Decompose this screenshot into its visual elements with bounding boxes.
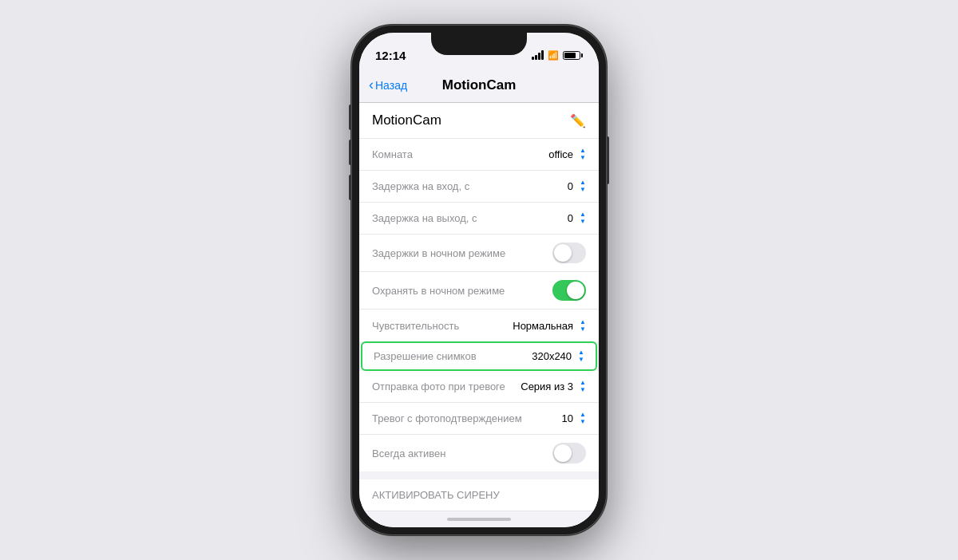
night-delay-toggle[interactable] <box>552 243 586 263</box>
entry-delay-row[interactable]: Задержка на вход, с 0 ▲ ▼ <box>359 171 599 203</box>
nav-bar: ‹ Назад MotionCam <box>359 68 599 103</box>
alarm-photo-value: 10 ▲ ▼ <box>562 412 586 425</box>
photo-send-value: Серия из 3 ▲ ▼ <box>521 380 586 393</box>
exit-delay-stepper[interactable]: ▲ ▼ <box>580 211 586 225</box>
resolution-row[interactable]: Разрешение снимков 320x240 ▲ ▼ <box>361 341 597 371</box>
resolution-label: Разрешение снимков <box>374 350 532 362</box>
section-divider <box>359 471 599 479</box>
content-area[interactable]: MotionCam ✏️ Комната office ▲ ▼ <box>359 103 599 511</box>
room-stepper[interactable]: ▲ ▼ <box>580 148 586 161</box>
signal-icon <box>532 50 544 60</box>
phone-screen: 12:14 📶 ‹ Назад MotionCam <box>359 33 599 527</box>
photo-send-row[interactable]: Отправка фото при тревоге Серия из 3 ▲ ▼ <box>359 371 599 403</box>
room-row[interactable]: Комната office ▲ ▼ <box>359 139 599 171</box>
nav-title: MotionCam <box>442 77 517 93</box>
status-icons: 📶 <box>532 50 583 61</box>
home-indicator[interactable] <box>359 511 599 527</box>
settings-section-2: Отправка фото при тревоге Серия из 3 ▲ ▼… <box>359 371 599 471</box>
night-delay-row[interactable]: Задержки в ночном режиме <box>359 235 599 272</box>
entry-delay-value: 0 ▲ ▼ <box>568 179 586 193</box>
sensitivity-row[interactable]: Чувствительность Нормальная ▲ ▼ <box>359 310 599 341</box>
night-guard-toggle[interactable] <box>552 280 586 301</box>
exit-delay-row[interactable]: Задержка на выход, с 0 ▲ ▼ <box>359 203 599 235</box>
room-value: office ▲ ▼ <box>548 148 586 161</box>
entry-delay-label: Задержка на вход, с <box>372 180 568 192</box>
room-label: Комната <box>372 148 548 160</box>
sensitivity-value: Нормальная ▲ ▼ <box>513 319 586 333</box>
resolution-stepper[interactable]: ▲ ▼ <box>578 349 584 363</box>
notch <box>431 33 527 55</box>
settings-section-1: Комната office ▲ ▼ Задержка на вход, с 0 <box>359 139 599 341</box>
status-bar: 12:14 📶 <box>359 33 599 68</box>
device-name-text: MotionCam <box>372 112 441 128</box>
exit-delay-value: 0 ▲ ▼ <box>568 211 586 225</box>
status-time: 12:14 <box>375 49 406 62</box>
alarm-photo-stepper[interactable]: ▲ ▼ <box>580 412 586 425</box>
sensitivity-stepper[interactable]: ▲ ▼ <box>580 319 586 333</box>
exit-delay-label: Задержка на выход, с <box>372 212 568 224</box>
wifi-icon: 📶 <box>548 50 559 61</box>
edit-icon[interactable]: ✏️ <box>570 113 586 128</box>
photo-send-label: Отправка фото при тревоге <box>372 381 521 392</box>
alarm-photo-label: Тревог с фотоподтверждением <box>372 412 562 424</box>
device-name-row: MotionCam ✏️ <box>359 103 599 139</box>
home-bar <box>447 518 511 521</box>
entry-delay-stepper[interactable]: ▲ ▼ <box>580 179 586 193</box>
always-active-toggle[interactable] <box>552 443 586 463</box>
activate-siren-row[interactable]: АКТИВИРОВАТЬ СИРЕНУ <box>359 479 599 511</box>
phone-frame: 12:14 📶 ‹ Назад MotionCam <box>351 25 607 535</box>
back-button[interactable]: ‹ Назад <box>369 78 407 92</box>
alarm-photo-row[interactable]: Тревог с фотоподтверждением 10 ▲ ▼ <box>359 403 599 435</box>
battery-icon <box>563 51 583 60</box>
night-guard-row[interactable]: Охранять в ночном режиме <box>359 272 599 310</box>
resolution-value: 320x240 ▲ ▼ <box>532 349 584 363</box>
activate-siren-label: АКТИВИРОВАТЬ СИРЕНУ <box>372 489 500 501</box>
night-guard-label: Охранять в ночном режиме <box>372 285 552 297</box>
sensitivity-label: Чувствительность <box>372 320 513 332</box>
back-label: Назад <box>375 79 407 92</box>
chevron-left-icon: ‹ <box>369 77 374 92</box>
photo-send-stepper[interactable]: ▲ ▼ <box>580 380 586 393</box>
always-active-row[interactable]: Всегда активен <box>359 435 599 471</box>
night-delay-label: Задержки в ночном режиме <box>372 247 552 259</box>
always-active-label: Всегда активен <box>372 448 552 459</box>
